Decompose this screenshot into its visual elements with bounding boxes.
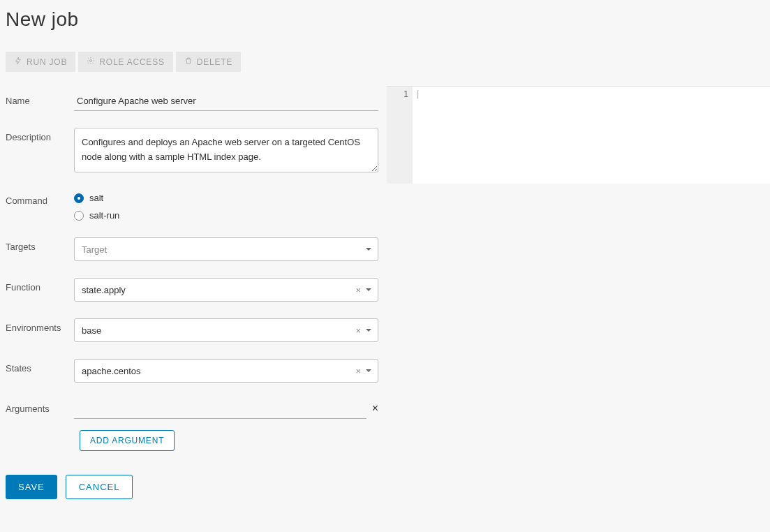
targets-placeholder: Target <box>82 244 107 255</box>
name-label: Name <box>6 91 74 106</box>
description-label: Description <box>6 128 74 142</box>
function-value: state.apply <box>82 285 355 295</box>
role-access-label: ROLE ACCESS <box>99 57 165 67</box>
code-editor[interactable]: 1 | <box>387 86 770 184</box>
command-radio-salt[interactable]: salt <box>74 193 378 203</box>
editor-cursor: | <box>415 89 420 99</box>
page-title: New job <box>6 8 381 31</box>
targets-select[interactable]: Target <box>74 237 378 261</box>
save-button[interactable]: SAVE <box>6 475 57 499</box>
command-radio-salt-run[interactable]: salt-run <box>74 210 378 221</box>
trash-icon <box>184 57 193 67</box>
description-textarea[interactable]: Configures and deploys an Apache web ser… <box>74 128 378 172</box>
remove-argument-icon[interactable]: × <box>372 402 378 416</box>
states-value: apache.centos <box>82 366 355 376</box>
clear-environments-icon[interactable]: × <box>355 325 361 336</box>
environments-select[interactable]: base × <box>74 318 378 342</box>
toolbar: RUN JOB ROLE ACCESS DELETE <box>6 52 381 72</box>
delete-button: DELETE <box>176 52 241 72</box>
environments-value: base <box>82 325 355 336</box>
function-label: Function <box>6 278 74 293</box>
radio-unchecked-icon <box>74 211 84 221</box>
run-job-label: RUN JOB <box>27 57 67 67</box>
editor-gutter: 1 <box>387 87 413 184</box>
targets-label: Targets <box>6 237 74 252</box>
command-salt-label: salt <box>89 193 103 203</box>
run-job-button: RUN JOB <box>6 52 75 72</box>
radio-checked-icon <box>74 193 84 203</box>
clear-states-icon[interactable]: × <box>355 366 361 376</box>
chevron-down-icon <box>365 244 372 255</box>
name-input[interactable] <box>74 91 378 111</box>
chevron-down-icon <box>365 366 372 376</box>
states-select[interactable]: apache.centos × <box>74 359 378 383</box>
states-label: States <box>6 359 74 374</box>
command-label: Command <box>6 191 74 206</box>
clear-function-icon[interactable]: × <box>355 285 361 295</box>
command-salt-run-label: salt-run <box>89 210 119 221</box>
function-select[interactable]: state.apply × <box>74 278 378 302</box>
chevron-down-icon <box>365 325 372 336</box>
lightning-icon <box>14 57 22 67</box>
cancel-button[interactable]: CANCEL <box>66 475 133 499</box>
add-argument-button[interactable]: ADD ARGUMENT <box>80 430 175 451</box>
line-number: 1 <box>387 89 408 99</box>
editor-content[interactable]: | <box>413 87 770 184</box>
chevron-down-icon <box>365 285 372 295</box>
environments-label: Environments <box>6 318 74 333</box>
svg-point-0 <box>90 60 92 62</box>
arguments-label: Arguments <box>6 399 74 414</box>
argument-input[interactable] <box>74 399 367 419</box>
gear-icon <box>87 57 95 67</box>
role-access-button: ROLE ACCESS <box>78 52 173 72</box>
delete-label: DELETE <box>197 57 232 67</box>
